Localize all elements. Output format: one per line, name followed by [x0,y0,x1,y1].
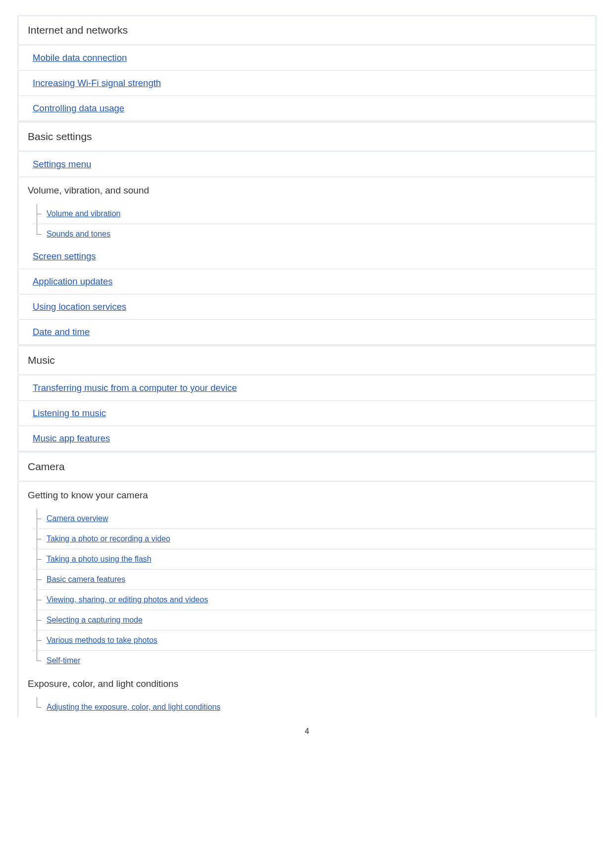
toc-link-row: Screen settings [19,244,595,269]
toc-tree: Adjusting the exposure, color, and light… [33,697,595,717]
toc-link-row: Mobile data connection [19,46,595,71]
toc-tree-link[interactable]: Various methods to take photos [47,636,157,644]
toc-tree-link[interactable]: Taking a photo or recording a video [47,534,170,543]
toc-tree-item: Selecting a capturing mode [33,610,595,630]
toc-tree-item: Various methods to take photos [33,630,595,651]
toc-link-row: Music app features [19,426,595,451]
toc-tree-item: Camera overview [33,509,595,529]
toc-tree-link[interactable]: Viewing, sharing, or editing photos and … [47,595,208,604]
toc-tree: Camera overviewTaking a photo or recordi… [33,509,595,671]
toc-tree-link[interactable]: Basic camera features [47,575,125,583]
toc-tree-item: Taking a photo or recording a video [33,529,595,549]
toc-tree-link[interactable]: Volume and vibration [47,209,120,218]
toc-link-row: Transferring music from a computer to yo… [19,376,595,401]
toc-tree-link[interactable]: Adjusting the exposure, color, and light… [47,703,220,711]
toc-link-row: Increasing Wi-Fi signal strength [19,71,595,96]
toc-link-row: Application updates [19,269,595,294]
toc-tree-item: Volume and vibration [33,204,595,224]
toc-link[interactable]: Application updates [33,276,112,287]
toc-tree-item: Sounds and tones [33,224,595,244]
toc-link[interactable]: Date and time [33,327,90,337]
toc-link-row: Using location services [19,294,595,320]
toc-link-row: Date and time [19,320,595,345]
toc-link[interactable]: Screen settings [33,251,96,261]
toc-subheader: Volume, vibration, and sound [19,177,595,204]
toc-tree: Volume and vibrationSounds and tones [33,204,595,244]
toc-tree-item: Taking a photo using the flash [33,549,595,570]
toc-tree-link[interactable]: Camera overview [47,514,108,523]
toc-tree-link[interactable]: Sounds and tones [47,230,110,238]
section-header: Basic settings [19,121,595,152]
toc-link-row: Settings menu [19,152,595,177]
section-header: Camera [19,451,595,482]
section-header: Internet and networks [19,15,595,46]
toc-link[interactable]: Listening to music [33,408,106,418]
toc-link[interactable]: Mobile data connection [33,52,127,63]
toc-link-row: Controlling data usage [19,96,595,121]
page-number: 4 [17,717,597,746]
toc-link[interactable]: Controlling data usage [33,103,124,113]
toc-link[interactable]: Using location services [33,301,126,312]
toc-panel: Internet and networksMobile data connect… [17,15,597,717]
toc-tree-item: Adjusting the exposure, color, and light… [33,697,595,717]
toc-link[interactable]: Increasing Wi-Fi signal strength [33,78,161,88]
toc-link[interactable]: Music app features [33,433,110,443]
toc-link-row: Listening to music [19,401,595,426]
toc-link[interactable]: Transferring music from a computer to yo… [33,383,237,393]
toc-tree-item: Self-timer [33,651,595,671]
toc-tree-link[interactable]: Self-timer [47,656,80,665]
toc-tree-link[interactable]: Taking a photo using the flash [47,555,152,563]
toc-link[interactable]: Settings menu [33,159,91,169]
section-header: Music [19,345,595,376]
toc-subheader: Getting to know your camera [19,482,595,509]
toc-tree-item: Viewing, sharing, or editing photos and … [33,590,595,610]
toc-subheader: Exposure, color, and light conditions [19,671,595,697]
toc-tree-link[interactable]: Selecting a capturing mode [47,616,143,624]
toc-tree-item: Basic camera features [33,570,595,590]
